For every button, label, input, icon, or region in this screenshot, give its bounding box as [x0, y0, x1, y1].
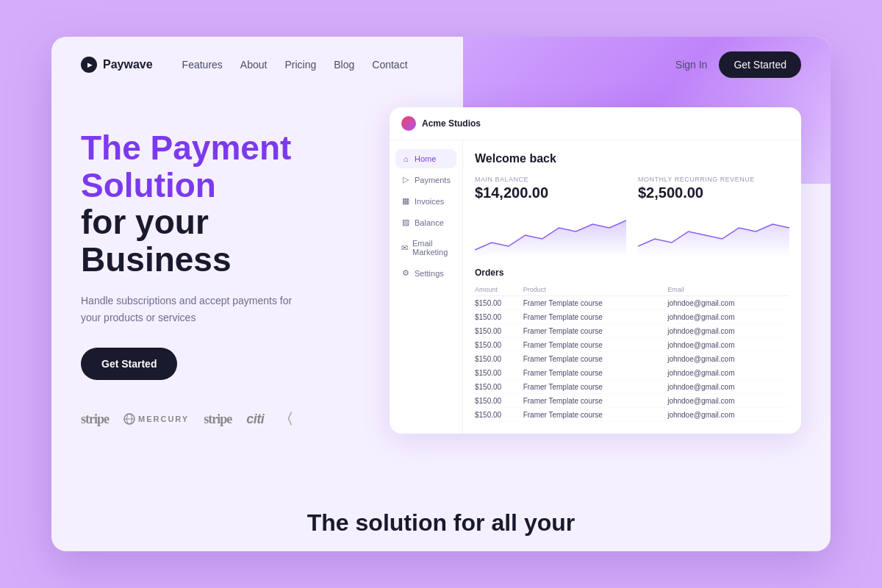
hero-left: The Payment Solution for your Business H… [81, 107, 360, 429]
table-row: $150.00Framer Template coursejohndoe@gma… [475, 324, 789, 338]
cell-product: Framer Template course [523, 324, 668, 338]
nav-pricing[interactable]: Pricing [284, 59, 316, 71]
table-row: $150.00Framer Template coursejohndoe@gma… [475, 394, 789, 408]
cell-amount: $150.00 [475, 408, 523, 422]
sign-in-link[interactable]: Sign In [675, 59, 708, 71]
main-balance-value: $14,200.00 [475, 184, 626, 201]
mrr-value: $2,500.00 [638, 184, 789, 201]
cell-email: johndoe@gmail.com [667, 380, 789, 394]
nav-links: Features About Pricing Blog Contact [182, 59, 408, 71]
main-container: Paywave Features About Pricing Blog Cont… [51, 37, 831, 551]
orders-title: Orders [475, 268, 789, 278]
orders-table: Amount Product Email $150.00Framer Templ… [475, 284, 789, 422]
sidebar-item-balance[interactable]: ▨ Balance [395, 212, 456, 232]
cell-email: johndoe@gmail.com [667, 408, 789, 422]
cell-amount: $150.00 [475, 324, 523, 338]
logo[interactable]: Paywave [81, 57, 153, 73]
sidebar-label-balance: Balance [415, 218, 444, 227]
settings-icon: ⚙ [401, 268, 410, 278]
dashboard-header: Acme Studios [390, 107, 801, 140]
dashboard-mockup: Acme Studios ⌂ Home ▷ Payments ▦ Invoice [390, 107, 801, 434]
sidebar-item-invoices[interactable]: ▦ Invoices [395, 191, 456, 211]
hero-subtitle: Handle subscriptions and accept payments… [81, 293, 301, 326]
main-balance-label: Main Balance [475, 176, 626, 183]
hero-title-purple: The Payment Solution [81, 129, 291, 204]
brand-stripe-2: stripe [204, 412, 232, 427]
brand-logos: stripe MERCURY stripe citi 〈 [81, 409, 360, 429]
sidebar-label-payments: Payments [415, 176, 451, 184]
sidebar-item-settings[interactable]: ⚙ Settings [395, 263, 456, 283]
hero-section: The Payment Solution for your Business H… [51, 93, 831, 456]
get-started-hero-button[interactable]: Get Started [81, 348, 177, 380]
col-product: Product [523, 284, 668, 296]
chart-right [638, 213, 789, 257]
payments-icon: ▷ [401, 175, 410, 184]
brand-stripe-1: stripe [81, 412, 109, 427]
table-row: $150.00Framer Template coursejohndoe@gma… [475, 310, 789, 324]
table-row: $150.00Framer Template coursejohndoe@gma… [475, 352, 789, 366]
invoices-icon: ▦ [401, 196, 410, 206]
chart-right-svg [638, 213, 789, 257]
cell-amount: $150.00 [475, 394, 523, 408]
sidebar-item-payments[interactable]: ▷ Payments [395, 170, 456, 190]
bottom-section: The solution for all your [51, 495, 831, 551]
navbar: Paywave Features About Pricing Blog Cont… [51, 37, 831, 93]
table-row: $150.00Framer Template coursejohndoe@gma… [475, 338, 789, 352]
metrics-row: Main Balance $14,200.00 Monthly recurrin… [475, 176, 789, 206]
dashboard-sidebar: ⌂ Home ▷ Payments ▦ Invoices ▨ Balance [390, 140, 463, 434]
logo-icon [81, 57, 97, 73]
col-email: Email [667, 284, 789, 296]
brand-extra: 〈 [279, 409, 293, 429]
table-row: $150.00Framer Template coursejohndoe@gma… [475, 366, 789, 380]
cell-product: Framer Template course [523, 408, 668, 422]
table-row: $150.00Framer Template coursejohndoe@gma… [475, 380, 789, 394]
cell-product: Framer Template course [523, 366, 668, 380]
bottom-title-dark: The solution for all your [307, 509, 575, 536]
cell-product: Framer Template course [523, 352, 668, 366]
charts-area [475, 213, 789, 257]
cell-amount: $150.00 [475, 296, 523, 310]
nav-blog[interactable]: Blog [334, 59, 354, 71]
cell-email: johndoe@gmail.com [667, 324, 789, 338]
cell-product: Framer Template course [523, 380, 668, 394]
nav-about[interactable]: About [240, 59, 268, 71]
cell-product: Framer Template course [523, 296, 668, 310]
nav-contact[interactable]: Contact [372, 59, 407, 71]
cell-amount: $150.00 [475, 352, 523, 366]
dashboard-body: ⌂ Home ▷ Payments ▦ Invoices ▨ Balance [390, 140, 801, 434]
cell-amount: $150.00 [475, 310, 523, 324]
mrr-card: Monthly recurring revenue $2,500.00 [638, 176, 789, 206]
dashboard-main: Welcome back Main Balance $14,200.00 Mon… [463, 140, 801, 434]
welcome-text: Welcome back [475, 152, 789, 165]
sidebar-label-home: Home [415, 154, 436, 163]
mrr-label: Monthly recurring revenue [638, 176, 789, 183]
cell-product: Framer Template course [523, 310, 668, 324]
table-row: $150.00Framer Template coursejohndoe@gma… [475, 296, 789, 310]
sidebar-label-email-marketing: Email Marketing [412, 239, 451, 257]
brand-mercury: MERCURY [123, 413, 189, 426]
sidebar-item-email-marketing[interactable]: ✉ Email Marketing [395, 234, 456, 262]
sidebar-label-invoices: Invoices [415, 197, 444, 206]
hero-title: The Payment Solution for your Business [81, 129, 360, 278]
cell-amount: $150.00 [475, 380, 523, 394]
cell-amount: $150.00 [475, 366, 523, 380]
bottom-title: The solution for all your [66, 509, 816, 537]
table-row: $150.00Framer Template coursejohndoe@gma… [475, 408, 789, 422]
company-logo-icon [401, 116, 416, 131]
cell-email: johndoe@gmail.com [667, 366, 789, 380]
cell-email: johndoe@gmail.com [667, 310, 789, 324]
mercury-globe-icon [123, 413, 135, 425]
sidebar-item-home[interactable]: ⌂ Home [395, 149, 456, 168]
nav-features[interactable]: Features [182, 59, 223, 71]
get-started-nav-button[interactable]: Get Started [719, 51, 801, 78]
orders-table-header: Amount Product Email [475, 284, 789, 296]
sidebar-label-settings: Settings [415, 269, 444, 278]
cell-email: johndoe@gmail.com [667, 394, 789, 408]
cell-product: Framer Template course [523, 338, 668, 352]
cell-product: Framer Template course [523, 394, 668, 408]
cell-email: johndoe@gmail.com [667, 296, 789, 310]
chart-left-svg [475, 213, 626, 257]
brand-citi: citi [246, 412, 264, 427]
col-amount: Amount [475, 284, 523, 296]
orders-section: Orders Amount Product Email $150.00Frame [475, 268, 789, 422]
